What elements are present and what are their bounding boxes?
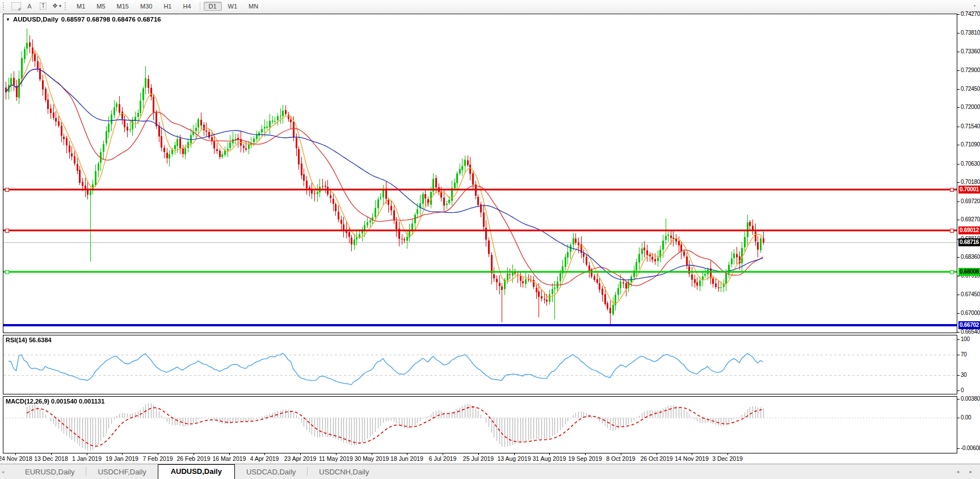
tab-scroll-left-icon[interactable]: ◂ [0, 464, 6, 479]
rsi-tick-label: 100 [961, 336, 970, 343]
date-label: 26 Oct 2019 [640, 455, 672, 462]
timeframe-button-group: M1M5M15M30H1H4D1W1MN [71, 2, 264, 11]
timeframe-button-m5[interactable]: M5 [91, 2, 110, 11]
price-tick [957, 276, 960, 276]
chart-tab-bar: ◂ EURUSD,DailyUSDCHF,DailyAUDUSD,DailyUS… [0, 464, 980, 479]
rsi-indicator-panel: RSI(14) 56.6384 [3, 335, 957, 394]
price-tick-label: 0.72000 [961, 104, 980, 111]
date-label: 3 Dec 2019 [712, 455, 743, 462]
price-tick [957, 164, 960, 165]
price-tick [957, 33, 960, 33]
grid-glyph: F [11, 2, 21, 10]
price-tick [957, 70, 960, 71]
price-tick [957, 201, 960, 202]
price-tick [957, 295, 960, 295]
date-label: 26 Feb 2019 [177, 455, 211, 462]
macd-tick [957, 418, 960, 418]
date-label: 8 Oct 2019 [606, 455, 635, 462]
rsi-tick-label: 30 [961, 372, 967, 379]
macd-label: MACD(12,26,9) 0.001540 0.001131 [6, 398, 104, 405]
price-tick-label: 0.71090 [961, 141, 980, 148]
price-tick-label: 0.74270 [961, 11, 980, 18]
main-chart-panel: ▼ AUDUSD,Daily 0.68597 0.68798 0.68476 0… [3, 14, 957, 333]
timeframe-button-m15[interactable]: M15 [112, 2, 134, 11]
toolbar-drag-handle[interactable] [65, 2, 69, 10]
price-tick-label: 0.70630 [961, 161, 980, 167]
price-tick [957, 220, 960, 220]
price-tick-label: 0.72900 [961, 67, 980, 74]
price-tick-label: 0.73810 [961, 30, 980, 36]
chart-menu-icon[interactable]: ▼ [6, 17, 10, 22]
price-tick-label: 0.70180 [961, 179, 980, 186]
toolbar-drag-handle[interactable] [3, 2, 7, 10]
price-tick-label: 0.72450 [961, 86, 980, 93]
top-toolbar: F A T ❖ ▾ M1M5M15M30H1H4D1W1MN ▪ [0, 0, 980, 12]
timeframe-button-mn[interactable]: MN [243, 2, 263, 11]
macd-tick-label: 0.003804 [961, 396, 980, 402]
date-label: 30 May 2019 [355, 455, 389, 462]
date-label: 19 Sep 2019 [568, 455, 602, 462]
rsi-tick-label: 70 [961, 351, 967, 358]
tab-eurusd[interactable]: EURUSD,Daily [14, 465, 86, 479]
tab-usdcad[interactable]: USDCAD,Daily [235, 465, 307, 479]
price-tick [957, 107, 960, 108]
price-tick-label: 0.67450 [961, 291, 980, 298]
timeframe-button-h4[interactable]: H4 [178, 2, 196, 11]
hline-price-label[interactable]: 0.66702 [958, 321, 980, 329]
date-label: 14 Nov 2019 [675, 455, 709, 462]
scroll-marker-icon[interactable]: ▪ [974, 3, 975, 9]
text-label-icon[interactable]: T [37, 1, 49, 12]
hline-price-label[interactable]: 0.69012 [958, 226, 980, 234]
current-price-label: 0.68716 [958, 238, 980, 246]
chart-grid-f-icon[interactable]: F [10, 1, 22, 12]
date-axis[interactable]: 24 Nov 201813 Dec 20181 Jan 201919 Jan 2… [3, 453, 957, 464]
date-label: 11 May 2019 [319, 455, 353, 462]
price-tick-label: 0.71540 [961, 123, 980, 130]
toolbar-separator [200, 2, 200, 11]
price-tick [957, 182, 960, 183]
dropdown-caret-icon: ▾ [59, 3, 61, 9]
tab-usdchf[interactable]: USDCHF,Daily [86, 465, 157, 479]
timeframe-button-h1[interactable]: H1 [158, 2, 176, 11]
price-tick [957, 14, 960, 15]
price-tick [957, 89, 960, 90]
date-label: 25 Jul 2019 [463, 455, 494, 462]
text-a-icon[interactable]: A [23, 1, 36, 12]
date-label: 13 Dec 2018 [34, 455, 68, 462]
price-tick-label: 0.68360 [961, 254, 980, 260]
timeframe-button-m30[interactable]: M30 [135, 2, 157, 11]
date-label: 16 Mar 2019 [213, 455, 246, 462]
date-label: 31 Aug 2019 [533, 455, 566, 462]
price-tick-label: 0.67000 [961, 310, 980, 317]
timeframe-button-w1[interactable]: W1 [223, 2, 243, 11]
date-label: 24 Nov 2018 [0, 455, 32, 462]
hline-price-label[interactable]: 0.70001 [958, 186, 980, 194]
tab-scroll-arrows-icon[interactable]: ◂ ▸ [956, 469, 977, 474]
rsi-canvas[interactable] [3, 335, 957, 394]
date-label: 23 Apr 2019 [284, 455, 317, 462]
date-label: 18 Jun 2019 [390, 455, 423, 462]
macd-tick-label: -0.006087 [961, 445, 980, 452]
date-label: 19 Jan 2019 [106, 455, 138, 462]
rsi-tick [957, 355, 960, 355]
rsi-tick [957, 390, 960, 391]
tab-audusd[interactable]: AUDUSD,Daily [158, 464, 235, 479]
timeframe-button-m1[interactable]: M1 [71, 2, 90, 11]
tab-usdcnh[interactable]: USDCNH,Daily [308, 465, 380, 479]
price-tick [957, 127, 960, 127]
price-axis[interactable]: 0.742700.738100.733600.729000.724500.720… [957, 14, 980, 453]
date-label: 13 Aug 2019 [498, 455, 531, 462]
macd-tick [957, 399, 960, 400]
shapes-icon[interactable]: ❖ ▾ [51, 1, 63, 12]
price-chart-canvas[interactable] [3, 14, 957, 333]
rsi-tick [957, 339, 960, 340]
timeframe-button-d1[interactable]: D1 [204, 2, 222, 11]
price-tick-label: 0.69270 [961, 216, 980, 223]
price-tick-label: 0.73360 [961, 48, 980, 55]
date-label: 6 Jul 2019 [429, 455, 456, 462]
price-tick-label: 0.66540 [961, 329, 980, 335]
macd-canvas[interactable] [3, 397, 957, 453]
ohlc-values: 0.68597 0.68798 0.68476 0.68716 [61, 16, 161, 23]
hline-price-label[interactable]: 0.68008 [958, 268, 980, 276]
chart-title: ▼ AUDUSD,Daily 0.68597 0.68798 0.68476 0… [6, 16, 161, 23]
